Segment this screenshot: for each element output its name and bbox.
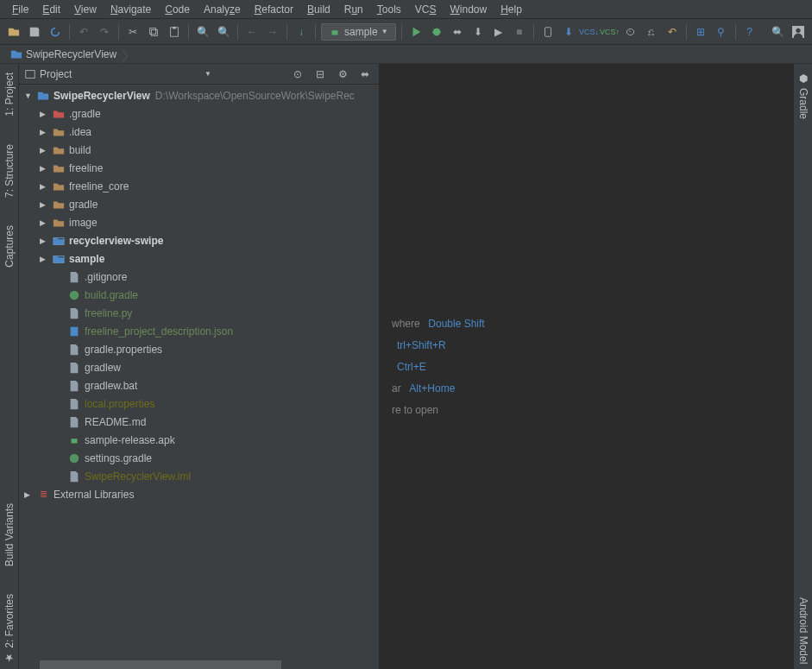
twist-icon[interactable]: ▶ (40, 200, 48, 209)
twist-icon[interactable]: ▶ (40, 237, 48, 245)
profile-icon[interactable]: ⬌ (449, 23, 466, 41)
settings-icon[interactable]: ⚲ (713, 23, 730, 41)
tree-item[interactable]: README.md (19, 413, 379, 431)
twist-icon[interactable]: ▶ (40, 128, 48, 136)
tree-item[interactable]: sample-release.apk (19, 431, 379, 449)
attach-icon[interactable]: ⬇ (469, 23, 487, 41)
menu-refactor[interactable]: Refactor (248, 2, 300, 17)
vcs-update-icon[interactable]: VCS↓ (581, 23, 598, 41)
twist-icon[interactable]: ▶ (24, 490, 33, 499)
tree-item[interactable]: ▶recyclerview-swipe (19, 231, 379, 249)
undo-icon[interactable]: ↶ (75, 23, 92, 41)
help-icon[interactable]: ? (741, 23, 758, 41)
tree-item[interactable]: settings.gradle (19, 449, 379, 467)
menu-code[interactable]: Code (158, 2, 197, 17)
menu-file[interactable]: File (5, 2, 35, 17)
menu-run[interactable]: Run (337, 2, 370, 17)
tree-item[interactable]: gradle.properties (19, 340, 379, 358)
navigation-bar[interactable]: SwipeRecyclerView (0, 45, 812, 64)
sdk-icon[interactable]: ⬇ (560, 23, 577, 41)
user-icon[interactable] (790, 23, 807, 41)
menu-help[interactable]: Help (494, 2, 529, 17)
redo-icon[interactable]: ↷ (96, 23, 113, 41)
scrollbar-thumb[interactable] (40, 660, 281, 669)
find-icon[interactable]: 🔍 (194, 23, 211, 41)
back-icon[interactable]: ← (243, 23, 261, 41)
twist-icon[interactable]: ▶ (40, 164, 48, 173)
tree-item[interactable]: .gitignore (19, 268, 379, 286)
run-icon[interactable] (407, 23, 425, 41)
twist-icon[interactable]: ▶ (40, 255, 48, 263)
menu-analyze[interactable]: Analyze (197, 2, 248, 17)
cut-icon[interactable]: ✂ (124, 23, 142, 41)
tree-item[interactable]: ▶freeline_core (19, 177, 379, 195)
hide-icon[interactable]: ⬌ (356, 66, 374, 83)
twist-icon[interactable]: ▶ (40, 110, 48, 118)
project-tree[interactable]: ▼ SwipeRecyclerView D:\Workspace\OpenSou… (19, 85, 379, 660)
tree-item[interactable]: ▶freeline (19, 159, 379, 177)
tree-root[interactable]: ▼ SwipeRecyclerView D:\Workspace\OpenSou… (19, 86, 379, 104)
vcs-commit-icon[interactable]: VCS↑ (601, 23, 619, 41)
paste-icon[interactable] (166, 23, 183, 41)
tab-project[interactable]: 1: Project (2, 67, 17, 122)
breadcrumb-root[interactable]: SwipeRecyclerView (5, 47, 122, 62)
chevron-down-icon[interactable]: ▼ (205, 70, 211, 78)
panel-title-label[interactable]: Project (40, 68, 72, 80)
tree-item[interactable]: ▶image (19, 213, 379, 231)
tree-item[interactable]: freeline_project_description.json (19, 322, 379, 340)
collapse-all-icon[interactable]: ⊟ (312, 66, 329, 83)
horizontal-scrollbar[interactable] (19, 660, 379, 669)
tree-item[interactable]: ▶.idea (19, 123, 379, 141)
copy-icon[interactable] (145, 23, 162, 41)
menu-view[interactable]: View (67, 2, 104, 17)
forward-icon[interactable]: → (264, 23, 281, 41)
tree-external-libs[interactable]: ▶ ≣ External Libraries (19, 485, 379, 503)
structure-icon[interactable]: ⊞ (692, 23, 709, 41)
make-icon[interactable]: ↓ (293, 23, 310, 41)
menu-build[interactable]: Build (300, 2, 337, 17)
tree-item[interactable]: ▶sample (19, 249, 379, 268)
twist-icon[interactable]: ▶ (40, 182, 48, 191)
sync-icon[interactable] (47, 23, 64, 41)
tree-item[interactable]: gradlew (19, 358, 379, 376)
tree-item[interactable]: ▶build (19, 141, 379, 159)
tree-item[interactable]: gradlew.bat (19, 376, 379, 394)
tree-item[interactable]: SwipeRecyclerView.iml (19, 467, 379, 485)
open-icon[interactable] (5, 23, 22, 41)
menu-navigate[interactable]: Navigate (104, 2, 158, 17)
replace-icon[interactable]: 🔍 (215, 23, 232, 41)
vcs-revert-icon[interactable]: ⎌ (643, 23, 660, 41)
scroll-from-source-icon[interactable]: ⊙ (289, 66, 306, 83)
avd-icon[interactable] (539, 23, 557, 41)
tab-build-variants[interactable]: Build Variants (2, 498, 17, 571)
vcs-push-icon[interactable]: ↶ (664, 23, 681, 41)
vcs-history-icon[interactable]: ⏲ (622, 23, 639, 41)
tab-captures[interactable]: Captures (2, 220, 17, 273)
search-everywhere-icon[interactable]: 🔍 (769, 23, 786, 41)
menu-tools[interactable]: Tools (370, 2, 408, 17)
twist-icon[interactable]: ▶ (40, 146, 48, 155)
separator (401, 24, 402, 40)
tab-favorites[interactable]: ★ 2: Favorites (2, 589, 17, 669)
twist-icon[interactable]: ▼ (24, 92, 33, 100)
tree-item[interactable]: freeline.py (19, 304, 379, 322)
tree-item[interactable]: ▶.gradle (19, 104, 379, 123)
menu-vcs[interactable]: VCS (408, 2, 444, 17)
stop-icon[interactable]: ■ (511, 23, 528, 41)
menu-edit[interactable]: Edit (35, 2, 67, 17)
tab-android-model[interactable]: Android Model (796, 592, 811, 669)
tab-structure[interactable]: 7: Structure (2, 139, 17, 203)
tree-label: sample (69, 253, 104, 265)
menu-window[interactable]: Window (443, 2, 494, 17)
tree-item[interactable]: local.properties (19, 394, 379, 413)
tab-gradle[interactable]: ⬢ Gradle (796, 67, 811, 124)
editor-hint: re to open (392, 403, 485, 416)
tree-item[interactable]: build.gradle (19, 286, 379, 304)
run-configuration-dropdown[interactable]: sample ▼ (321, 23, 396, 41)
save-icon[interactable] (26, 23, 43, 41)
panel-settings-icon[interactable]: ⚙ (334, 66, 351, 83)
tree-item[interactable]: ▶gradle (19, 195, 379, 213)
coverage-icon[interactable]: ▶ (490, 23, 507, 41)
debug-icon[interactable] (428, 23, 445, 41)
twist-icon[interactable]: ▶ (40, 218, 48, 227)
